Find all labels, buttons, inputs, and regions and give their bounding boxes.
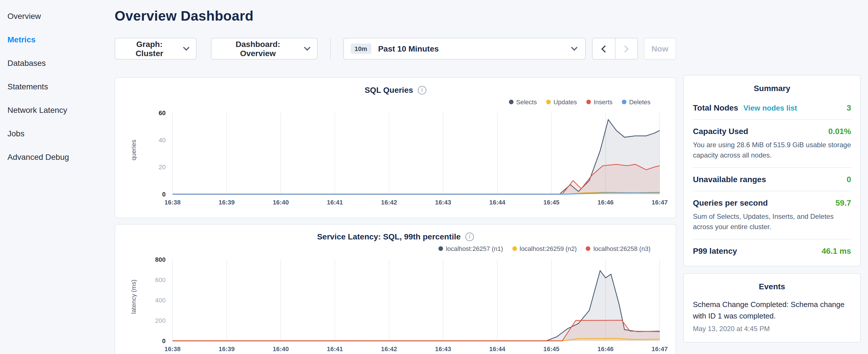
summary-row-p99-latency: P99 latency 46.1 ms	[693, 239, 851, 262]
y-tick-label: 400	[155, 297, 166, 304]
now-button[interactable]: Now	[643, 38, 676, 60]
time-pager	[592, 38, 638, 60]
service-latency-chart: 16:3816:3916:4016:4116:4216:4316:4416:45…	[138, 254, 671, 354]
sidebar-item-statements[interactable]: Statements	[7, 75, 115, 99]
x-tick-label: 16:45	[543, 345, 559, 353]
event-item[interactable]: Schema Change Completed: Schema change w…	[693, 299, 851, 333]
info-icon[interactable]: i	[465, 232, 474, 241]
main-content: Overview Dashboard Graph: Cluster Dashbo…	[115, 0, 676, 354]
view-nodes-list-link[interactable]: View nodes list	[743, 104, 797, 112]
y-tick-label: 0	[162, 191, 166, 198]
x-tick-label: 16:42	[381, 345, 397, 353]
summary-description: Sum of Selects, Updates, Inserts, and De…	[693, 212, 851, 232]
y-tick-label: 20	[159, 164, 166, 171]
legend-dot-icon	[586, 100, 591, 104]
info-icon[interactable]: i	[418, 86, 426, 94]
x-tick-label: 16:39	[219, 345, 235, 353]
controls-bar: Graph: Cluster Dashboard: Overview 10m P…	[115, 38, 676, 60]
y-axis-label: latency (ms)	[129, 254, 138, 340]
dashboard-dropdown[interactable]: Dashboard: Overview	[211, 38, 317, 60]
sidebar-item-network-latency[interactable]: Network Latency	[7, 99, 115, 122]
time-range-badge: 10m	[350, 43, 371, 54]
series-localhost-26258-n3-area	[173, 320, 660, 341]
time-back-button[interactable]	[592, 38, 615, 59]
legend-dot-icon	[586, 246, 591, 251]
legend-label: Selects	[516, 99, 537, 105]
y-tick-label: 0	[162, 337, 166, 345]
summary-value: 59.7	[836, 198, 851, 207]
y-tick-label: 60	[159, 109, 166, 117]
summary-label: Queries per second	[693, 198, 768, 207]
chevron-down-icon	[183, 44, 190, 51]
summary-row-capacity-used: Capacity Used 0.01% You are using 28.6 M…	[693, 120, 851, 168]
event-message: Schema Change Completed: Schema change w…	[693, 299, 851, 322]
summary-row-total-nodes: Total Nodes View nodes list 3	[693, 96, 851, 120]
summary-description: You are using 28.6 MiB of 515.9 GiB usab…	[693, 140, 851, 160]
legend-label: Deletes	[629, 99, 651, 105]
chevron-left-icon	[601, 45, 608, 52]
x-tick-label: 16:42	[381, 199, 397, 206]
x-tick-label: 16:44	[489, 345, 505, 353]
chart-title: SQL Queries	[365, 85, 413, 95]
page-title: Overview Dashboard	[115, 8, 676, 24]
time-forward-button[interactable]	[615, 38, 637, 59]
sidebar-item-metrics[interactable]: Metrics	[7, 28, 115, 52]
legend-dot-icon	[622, 100, 626, 104]
dashboard-dropdown-label: Dashboard: Overview	[219, 39, 297, 58]
legend-dot-icon	[509, 100, 513, 104]
event-timestamp: May 13, 2020 at 4:45 PM	[693, 325, 851, 333]
x-tick-label: 16:40	[273, 345, 289, 353]
time-window-selector[interactable]: 10m Past 10 Minutes	[343, 38, 585, 60]
summary-label: Total Nodes	[693, 103, 738, 112]
sidebar-item-databases[interactable]: Databases	[7, 52, 115, 75]
legend-item-localhost-26258-n3[interactable]: localhost:26258 (n3)	[586, 245, 651, 252]
sidebar-item-advanced-debug[interactable]: Advanced Debug	[7, 146, 115, 169]
x-tick-label: 16:47	[652, 199, 668, 206]
legend-label: Updates	[553, 99, 577, 105]
legend-label: localhost:26258 (n3)	[593, 245, 651, 252]
x-tick-label: 16:43	[435, 345, 451, 353]
summary-label: Unavailable ranges	[693, 175, 766, 184]
sidebar-item-jobs[interactable]: Jobs	[7, 122, 115, 146]
legend-item-localhost-26257-n1[interactable]: localhost:26257 (n1)	[438, 245, 503, 252]
chart-title: Service Latency: SQL, 99th percentile	[317, 232, 461, 241]
graph-dropdown[interactable]: Graph: Cluster	[115, 38, 197, 60]
service-latency-chart-panel: Service Latency: SQL, 99th percentile i …	[115, 224, 676, 354]
x-tick-label: 16:43	[435, 199, 451, 206]
x-tick-label: 16:46	[597, 345, 614, 353]
app-root: Overview Metrics Databases Statements Ne…	[0, 0, 868, 354]
chart-legend: localhost:26257 (n1)localhost:26259 (n2)…	[123, 245, 668, 253]
legend-item-selects[interactable]: Selects	[509, 99, 537, 105]
chart-body: queries 16:3816:3916:4016:4116:4216:4316…	[123, 107, 668, 209]
legend-item-deletes[interactable]: Deletes	[622, 99, 651, 105]
y-tick-label: 800	[155, 256, 166, 263]
chart-body: latency (ms) 16:3816:3916:4016:4116:4216…	[123, 254, 668, 354]
summary-label: Capacity Used	[693, 127, 748, 136]
y-tick-label: 600	[155, 277, 166, 284]
x-tick-label: 16:46	[597, 199, 614, 206]
y-tick-label: 200	[155, 317, 166, 324]
chart-legend: SelectsUpdatesInsertsDeletes	[123, 98, 668, 106]
series-inserts-area	[173, 164, 660, 194]
x-tick-label: 16:38	[164, 345, 181, 353]
sidebar: Overview Metrics Databases Statements Ne…	[0, 0, 115, 354]
chevron-down-icon	[571, 44, 578, 51]
legend-item-localhost-26259-n2[interactable]: localhost:26259 (n2)	[512, 245, 577, 252]
x-tick-label: 16:45	[543, 199, 559, 206]
y-tick-label: 40	[159, 137, 166, 144]
graph-dropdown-label: Graph: Cluster	[123, 39, 176, 58]
sql-queries-chart: 16:3816:3916:4016:4116:4216:4316:4416:45…	[138, 107, 671, 209]
legend-item-updates[interactable]: Updates	[546, 99, 577, 105]
x-tick-label: 16:38	[164, 199, 181, 206]
summary-panel: Summary Total Nodes View nodes list 3 Ca…	[683, 75, 861, 266]
summary-value: 3	[846, 103, 851, 112]
sidebar-item-overview[interactable]: Overview	[7, 5, 115, 28]
summary-value: 46.1 ms	[822, 246, 851, 255]
legend-label: localhost:26257 (n1)	[446, 245, 503, 252]
chevron-right-icon	[622, 45, 629, 52]
chart-title-row: Service Latency: SQL, 99th percentile i	[123, 232, 668, 241]
legend-label: localhost:26259 (n2)	[520, 245, 577, 252]
summary-label: P99 latency	[693, 246, 737, 255]
right-sidebar: Summary Total Nodes View nodes list 3 Ca…	[683, 0, 861, 354]
legend-item-inserts[interactable]: Inserts	[586, 99, 612, 105]
